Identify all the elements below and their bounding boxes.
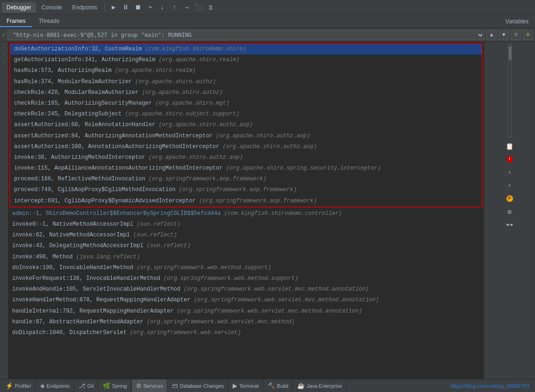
frame-item[interactable]: intercept:691, CglibAopProxy$DynamicAdvi… [10,196,482,207]
error-badge: ! [506,156,513,163]
status-spring[interactable]: 🌿 Spring [99,379,131,392]
sub-toolbar: Frames Threads Variables [0,15,535,28]
frame-package: (com.kingfish.shirodemo.controller) [224,210,342,217]
frame-method: proceed:749, CglibAopProxy$CglibMethodIn… [14,186,179,193]
db-changes-icon: 🗃 [172,382,178,389]
tab-frames[interactable]: Frames [0,16,32,27]
frame-item[interactable]: checkRole:420, ModularRealmAuthorizer (o… [10,87,482,98]
status-services[interactable]: ⚙ Services [132,379,167,392]
git-label: Git [87,383,94,389]
frame-item[interactable]: hasRole:573, AuthorizingRealm (org.apach… [10,65,482,76]
badge-red: ! [504,153,516,165]
copy-btn[interactable]: 📋 [504,140,516,152]
frame-item[interactable]: invoke:115, AopAllianceAnnotationsAuthor… [10,163,482,174]
expand-btn-2[interactable]: › [504,179,516,192]
frame-package: (sun.reflect) [147,242,191,249]
spring-icon: 🌿 [103,382,110,389]
frame-method: proceed:186, ReflectiveMethodInvocation [14,176,149,182]
frame-package: (org.springframework.web.servlet.mvc.met… [177,308,362,314]
variables-label: Variables [499,18,535,25]
run-to-cursor-icon[interactable]: ⇢ [181,2,192,13]
frame-item[interactable]: handle:87, AbstractHandlerMethodAdapter … [8,317,484,328]
tab-console[interactable]: Console [37,2,67,13]
frame-item[interactable]: invoke:43, DelegatingMethodAccessorImpl … [8,241,484,251]
status-git[interactable]: ⎇ Git [75,379,98,392]
frame-item[interactable]: doInvoke:190, InvocableHandlerMethod (or… [8,263,484,273]
frame-item[interactable]: invoke0:-1, NativeMethodAccessorImpl (su… [8,219,484,230]
frame-item[interactable]: doGetAuthorizationInfo:32, CustomRealm (… [10,44,482,55]
build-label: Build [277,383,288,389]
evaluate-icon[interactable]: ⬛ [193,2,204,13]
trace-icon[interactable]: ⧖ [205,2,216,13]
frame-item[interactable]: admin:-1, ShiroDemoController$$EnhancerB… [8,208,484,219]
step-over-icon[interactable]: ↷ [144,2,156,13]
pause-icon[interactable]: ⏸ [120,2,131,13]
profiler-icon: ⚡ [6,382,13,389]
tab-endpoints[interactable]: Endpoints [68,2,102,13]
expand-btn[interactable]: › [504,166,516,178]
frame-method: hasRole:374, ModularRealmAuthorizer [14,78,135,85]
status-terminal[interactable]: ▶ Terminal [229,379,263,392]
terminal-icon: ▶ [233,382,237,389]
frame-package: (sun.reflect) [133,232,177,238]
frames-area[interactable]: doGetAuthorizationInfo:32, CustomRealm (… [8,42,484,379]
frame-item[interactable]: invokeHandlerMethod:878, RequestMappingH… [8,295,484,306]
frame-item[interactable]: assertAuthorized:100, AnnotationsAuthori… [10,142,482,152]
endpoints-icon: ◈ [40,382,45,389]
resume-icon[interactable]: ▶ [108,2,119,13]
frame-package: (org.apache.shiro.realm) [159,57,240,63]
main-content: › › › doGetAuthorizationInfo:32, CustomR… [0,42,535,379]
frame-item[interactable]: assertAuthorized:84, AuthorizingAnnotati… [10,131,482,142]
thread-down-btn[interactable]: ▼ [499,30,509,40]
thread-add-btn[interactable]: + [523,30,533,40]
frame-item[interactable]: invokeForRequest:138, InvocableHandlerMe… [8,273,484,284]
frame-item[interactable]: handleInternal:792, RequestMappingHandle… [8,306,484,317]
frame-item[interactable]: invokeAndHandle:105, ServletInvocableHan… [8,284,484,295]
status-java-enterprise[interactable]: ☕ Java Enterprise [293,379,346,392]
frame-item[interactable]: invoke:498, Method (java.lang.reflect) [8,252,484,263]
step-out-icon[interactable]: ↑ [169,2,180,13]
frame-item[interactable]: checkRole:165, AuthorizingSecurityManage… [10,98,482,109]
status-url[interactable]: https://blog.csdn.net/qq_36882793 [348,383,534,389]
glasses-btn[interactable]: 👓 [504,219,516,231]
thread-up-btn[interactable]: ▲ [486,30,497,40]
frame-package: (org.apache.shiro.authz.aop) [159,121,253,128]
frame-method: intercept:691, CglibAopProxy$DynamicAdvi… [14,198,199,204]
left-strip-item-1: › [1,44,7,50]
warning-badge: P [506,195,513,202]
settings-btn[interactable]: ⚙ [504,206,516,218]
status-bar: ⚡ Profiler ◈ Endpoints ⎇ Git 🌿 Spring ⚙ … [0,379,535,392]
status-build[interactable]: 🔨 Build [264,379,292,392]
endpoints-label: Endpoints [47,383,70,389]
frame-item[interactable]: proceed:186, ReflectiveMethodInvocation … [10,174,482,185]
frame-package: (org.apache.shiro.authz) [142,89,223,96]
frame-item[interactable]: checkRole:245, DelegatingSubject (org.ap… [10,109,482,120]
frame-item[interactable]: hasRole:374, ModularRealmAuthorizer (org… [10,77,482,87]
frame-package: (org.springframework.web.method.support) [136,264,271,271]
status-db-changes[interactable]: 🗃 Database Changes [168,379,228,392]
tab-debugger[interactable]: Debugger [2,2,36,13]
frame-item[interactable]: assertAuthorized:60, RoleAnnotationHandl… [10,120,482,130]
tab-threads[interactable]: Threads [32,16,66,27]
status-endpoints[interactable]: ◈ Endpoints [36,379,74,392]
status-profiler[interactable]: ⚡ Profiler [2,379,36,392]
frame-item[interactable]: doDispatch:1040, DispatcherServlet (org.… [8,328,484,338]
frame-item[interactable]: invoke:38, AuthorizingMethodInterceptor … [10,152,482,163]
frame-item[interactable]: invoke:62, NativeMethodAccessorImpl (sun… [8,230,484,241]
scrollbar-thumb[interactable] [509,46,512,60]
top-toolbar: Debugger Console Endpoints ▶ ⏸ ⏹ ↷ ↓ ↑ ⇢… [0,0,535,15]
frame-method: doGetAuthorizationInfo:32, CustomRealm [14,46,145,52]
stop-icon[interactable]: ⏹ [132,2,143,13]
thread-filter-btn[interactable]: ▽ [511,30,521,40]
scrollbar[interactable] [508,44,512,137]
left-strip: › › › [0,42,8,379]
frame-item[interactable]: getAuthorizationInfo:341, AuthorizingRea… [10,55,482,65]
frame-method: assertAuthorized:100, AnnotationsAuthori… [14,143,222,150]
thread-selector[interactable]: "http-nio-8081-exec-9"@5,527 in group "m… [7,30,485,40]
step-into-icon[interactable]: ↓ [157,2,168,13]
red-border-section: doGetAuthorizationInfo:32, CustomRealm (… [9,43,483,207]
frame-method: handle:87, AbstractHandlerMethodAdapter [12,319,147,325]
frame-method: admin:-1, ShiroDemoController$$EnhancerB… [12,210,224,217]
frame-item[interactable]: proceed:749, CglibAopProxy$CglibMethodIn… [10,185,482,195]
frame-package: (com.kingfish.shirodemo.shiro) [145,46,246,52]
